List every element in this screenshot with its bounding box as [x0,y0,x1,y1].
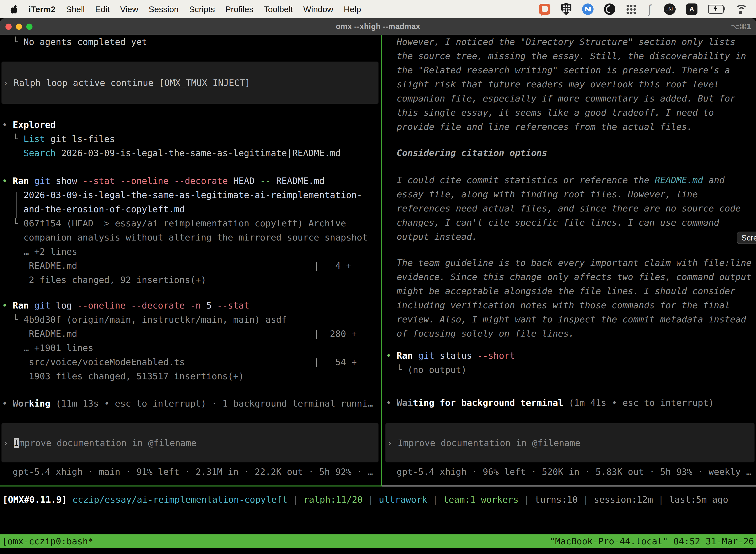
chat-app-icon[interactable] [539,4,550,15]
tmux-host-clock: "MacBook-Pro-44.local" 04:52 31-Mar-26 [550,535,754,548]
window-title: omx --xhigh --madmax [0,22,756,31]
right-pane[interactable]: However, I noticed the "Directory Struct… [384,35,756,487]
terminal-line: src/voice/voiceModeEnabled.ts | 54 + [2,355,380,369]
omx-status-segment: | [519,494,535,505]
tree-connector-line [16,192,17,218]
terminal-line: 2026-03-09-is-legal-the-same-as-legitima… [2,188,380,202]
terminal-block: • Working (11m 13s • esc to interrupt) ·… [0,396,380,410]
title-bar[interactable]: omx --xhigh --madmax ⌥⌘1 [0,18,756,35]
terminal-line: • Working (11m 13s • esc to interrupt) ·… [2,396,380,410]
menu-item-window[interactable]: Window [299,4,337,14]
terminal-line: Search 2026-03-09-is-legal-the-same-as-l… [2,146,380,160]
terminal-block: • Explored └ List git ls-files Search 20… [0,118,380,160]
omx-status-segment: | [653,494,669,505]
menu-item-edit[interactable]: Edit [91,4,114,14]
terminal-line: of focusing solely on file lines. [386,326,756,340]
terminal-line: However, I noticed the "Directory Struct… [386,35,756,49]
terminal-line: • Waiting for background terminal (1m 41… [386,396,756,410]
terminal-line: output instead. [386,230,756,244]
omx-status-segment: team:1 workers [443,494,518,505]
badge-app-icon[interactable] [582,3,593,15]
terminal-line: companion analysis without altering the … [2,230,380,244]
terminal-block: └ No agents completed yet [0,35,380,49]
terminal-block: • Ran git show --stat --oneline --decora… [0,174,380,287]
wifi-icon[interactable] [734,4,747,14]
omx-status-segment: ultrawork [379,494,427,505]
terminal-line: gpt-5.4 xhigh · 96% left · 520K in · 5.8… [386,465,756,479]
terminal-block: gpt-5.4 xhigh · main · 91% left · 2.31M … [0,465,380,479]
terminal-line: └ No agents completed yet [2,35,380,49]
omx-status-segment: | [288,494,304,505]
menu-item-scripts[interactable]: Scripts [185,4,219,14]
terminal-line: └ 4b9d30f (origin/main, instructkr/main,… [2,313,380,327]
keyboard-layout-a-icon[interactable]: A [686,3,697,15]
terminal-line: 2 files changed, 92 insertions(+) [2,273,380,287]
terminal-block: However, I noticed the "Directory Struct… [384,35,756,134]
shield-app-icon[interactable] [561,3,572,15]
terminal-line: Considering citation options [386,146,756,160]
battery-charging-icon[interactable] [708,5,724,14]
terminal-block: • Waiting for background terminal (1m 41… [384,396,756,410]
terminal-line: › Improve documentation in @filename [387,436,755,450]
terminal-line: slight risk that future readers may over… [386,77,756,91]
terminal-line: essay file, along with finding root file… [386,187,756,201]
terminal-line: 1903 files changed, 513517 insertions(+) [2,369,380,383]
menu-item-iterm2[interactable]: iTerm2 [24,4,60,14]
terminal-line: › Improve documentation in @filename [3,436,378,450]
terminal-line: including verification notes with those … [386,298,756,312]
terminal-area: └ No agents completed yet› Ralph loop ac… [0,35,756,487]
terminal-line: └ (no output) [386,363,756,377]
menu-item-view[interactable]: View [116,4,142,14]
right-pane-bottom-border [382,486,756,487]
battery-61-app-icon[interactable]: ..61 [664,3,676,15]
window-shortcut-badge: ⌥⌘1 [731,18,752,35]
prompt-input-box[interactable]: › Improve documentation in @filename [1,423,378,462]
left-pane-bottom-border [0,486,381,487]
terminal-line: evidence. Since this change only affects… [386,270,756,284]
terminal-line: • Ran git status --short [386,348,756,363]
screen-sharing-pill-label: Scre [741,233,756,242]
terminal-line: • Explored [2,118,380,132]
omx-status-segment: | [427,494,443,505]
omx-status-segment: cczip/essay/ai-reimplementation-copyleft [72,494,288,505]
terminal-block: • Ran git log --oneline --decorate -n 5 … [0,298,380,383]
omx-status-segment: last:5m ago [669,494,728,505]
screen-sharing-pill[interactable]: Scre [737,232,756,244]
terminal-line: companion file, especially if more comme… [386,91,756,106]
menu-item-toolbelt[interactable]: Toolbelt [260,4,297,14]
omx-status-segment: session:12m [594,494,653,505]
prompt-input-box[interactable]: › Improve documentation in @filename [385,423,755,462]
terminal-line: └ 067f154 (HEAD -> essay/ai-reimplementa… [2,216,380,230]
left-pane[interactable]: └ No agents completed yet› Ralph loop ac… [0,35,380,487]
omx-status-segment: [OMX#0.11.9] [2,494,67,505]
omx-status-bar: [OMX#0.11.9] cczip/essay/ai-reimplementa… [2,492,728,507]
menu-item-session[interactable]: Session [144,4,183,14]
omx-status-segment: | [363,494,379,505]
pane-divider[interactable] [381,35,382,487]
lens-app-icon[interactable] [604,3,615,15]
terminal-block: I could cite commit statistics or refere… [384,173,756,244]
terminal-line: the "Related research writing" section i… [386,63,756,77]
dots-grid-app-icon[interactable] [626,4,636,15]
terminal-block: gpt-5.4 xhigh · 96% left · 520K in · 5.8… [384,465,756,479]
menu-bar-status-icons: ʃ..61A [539,3,747,15]
terminal-line: might be acceptable alongside the file l… [386,284,756,298]
terminal-line: └ List git ls-files [2,132,380,146]
terminal-line: provide file and line references from th… [386,120,756,134]
terminal-block: Considering citation options [384,146,756,160]
squiggle-app-icon[interactable]: ʃ [647,3,653,15]
terminal-line: README.md | 4 + [2,259,380,273]
menu-item-profiles[interactable]: Profiles [221,4,257,14]
terminal-line: I could cite commit statistics or refere… [386,173,756,187]
omx-status-segment: turns:10 [535,494,578,505]
apple-menu-icon[interactable] [10,5,18,14]
terminal-line: … +2 lines [2,244,380,259]
menu-bar: iTerm2ShellEditViewSessionScriptsProfile… [0,0,756,18]
terminal-line: • Ran git show --stat --oneline --decora… [2,174,380,188]
tmux-status-bar: [omx-cczip0:bash* "MacBook-Pro-44.local"… [0,535,756,548]
menu-item-help[interactable]: Help [339,4,365,14]
terminal-block: • Ran git status --short └ (no output) [384,348,756,377]
prompt-input-box[interactable]: › Ralph loop active continue [OMX_TMUX_I… [1,62,378,104]
menu-item-shell[interactable]: Shell [62,4,89,14]
terminal-line: this single essay, it seems like a good … [386,106,756,120]
